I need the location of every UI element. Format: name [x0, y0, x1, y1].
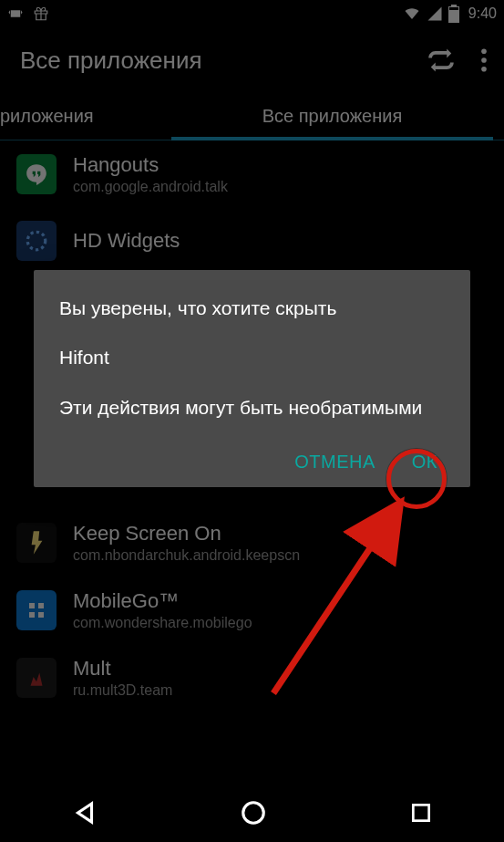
- home-icon[interactable]: [240, 799, 267, 826]
- dialog-text-appname: Hifont: [59, 345, 445, 370]
- back-icon[interactable]: [71, 799, 98, 826]
- svg-point-6: [243, 803, 264, 824]
- ok-button[interactable]: ОК: [412, 452, 437, 473]
- dialog-text-warning: Эти действия могут быть необратимыми: [59, 395, 445, 421]
- nav-bar: [0, 784, 504, 842]
- confirm-dialog: Вы уверены, что хотите скрыть Hifont Эти…: [34, 270, 470, 487]
- cancel-button[interactable]: ОТМЕНА: [294, 452, 375, 473]
- svg-rect-7: [413, 805, 428, 820]
- dialog-text-1: Вы уверены, что хотите скрыть: [59, 296, 445, 321]
- recent-apps-icon[interactable]: [409, 801, 433, 825]
